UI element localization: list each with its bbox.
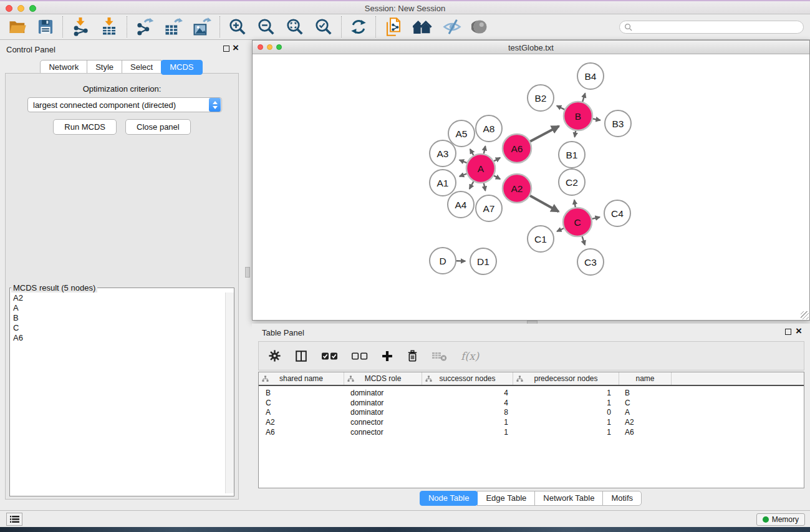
float-table-panel-icon[interactable] bbox=[785, 329, 791, 335]
result-list-scrollbar[interactable] bbox=[225, 293, 234, 493]
table-cell[interactable]: 0 bbox=[513, 408, 619, 417]
graph-node-C4[interactable]: C4 bbox=[604, 200, 630, 226]
splitter-handle[interactable] bbox=[245, 267, 250, 278]
zoom-selected-icon[interactable] bbox=[314, 17, 333, 36]
graph-node-A3[interactable]: A3 bbox=[430, 140, 456, 167]
graph-edge-C-C4[interactable] bbox=[592, 217, 600, 219]
table-cell[interactable]: 1 bbox=[422, 428, 513, 437]
tab-mcds[interactable]: MCDS bbox=[161, 60, 202, 75]
open-file-icon[interactable] bbox=[8, 17, 27, 36]
table-cell[interactable]: dominator bbox=[344, 389, 422, 397]
graph-node-B3[interactable]: B3 bbox=[605, 110, 631, 137]
table-cell[interactable]: A2 bbox=[619, 418, 672, 427]
show-panels-button[interactable] bbox=[6, 513, 22, 526]
graph-node-B4[interactable]: B4 bbox=[577, 63, 604, 89]
table-cell[interactable]: B bbox=[259, 389, 344, 397]
graph-edge-C-C3[interactable] bbox=[582, 236, 586, 245]
tab-edge-table[interactable]: Edge Table bbox=[477, 491, 535, 506]
tab-node-table[interactable]: Node Table bbox=[420, 491, 478, 506]
table-cell[interactable]: 1 bbox=[513, 399, 619, 407]
criterion-dropdown[interactable]: largest connected component (directed) bbox=[27, 97, 222, 112]
tab-motifs[interactable]: Motifs bbox=[602, 491, 642, 506]
graph-node-B[interactable]: B bbox=[564, 102, 592, 130]
import-network-icon[interactable] bbox=[71, 17, 90, 36]
graph-edge-B-B2[interactable] bbox=[557, 106, 565, 110]
show-all-networks-icon[interactable] bbox=[413, 17, 433, 36]
graph-node-B2[interactable]: B2 bbox=[528, 85, 554, 111]
table-cell[interactable]: 1 bbox=[422, 418, 513, 427]
table-cell[interactable]: A6 bbox=[619, 428, 672, 437]
apply-layout-icon[interactable] bbox=[350, 18, 367, 36]
column-header-successor-nodes[interactable]: successor nodes bbox=[422, 372, 513, 385]
graph-node-C[interactable]: C bbox=[563, 208, 592, 236]
table-cell[interactable]: B bbox=[619, 389, 672, 397]
graph-edge-A-A8[interactable] bbox=[484, 146, 486, 153]
table-cell[interactable]: 8 bbox=[422, 408, 513, 417]
table-cell[interactable]: A bbox=[619, 408, 672, 417]
table-cell[interactable]: A bbox=[259, 408, 344, 417]
graph-edge-C-C2[interactable] bbox=[574, 200, 576, 208]
graph-edge-A-A4[interactable] bbox=[470, 181, 474, 189]
graph-edge-A2-C[interactable] bbox=[530, 196, 559, 212]
graph-edge-A-A5[interactable] bbox=[470, 149, 474, 155]
tab-network-table[interactable]: Network Table bbox=[534, 491, 603, 506]
search-box[interactable] bbox=[619, 21, 804, 34]
zoom-out-icon[interactable] bbox=[257, 17, 276, 36]
table-row[interactable]: A2connector11A2 bbox=[259, 417, 804, 427]
table-cell[interactable]: connector bbox=[344, 428, 422, 437]
zoom-in-icon[interactable] bbox=[228, 17, 247, 36]
select-all-checkboxes-icon[interactable] bbox=[321, 351, 338, 361]
export-table-icon[interactable] bbox=[164, 17, 183, 36]
graph-node-A4[interactable]: A4 bbox=[448, 191, 474, 218]
graph-node-C3[interactable]: C3 bbox=[577, 249, 604, 275]
graph-node-A8[interactable]: A8 bbox=[476, 115, 502, 142]
float-panel-icon[interactable] bbox=[223, 46, 229, 52]
resize-grip[interactable] bbox=[801, 311, 809, 319]
table-cell[interactable]: 1 bbox=[513, 428, 619, 437]
export-image-icon[interactable] bbox=[193, 17, 211, 36]
table-cell[interactable]: 1 bbox=[513, 389, 619, 397]
graph-node-A6[interactable]: A6 bbox=[503, 134, 531, 163]
function-builder-icon[interactable]: f(x) bbox=[461, 350, 479, 362]
graph-edge-A6-B[interactable] bbox=[530, 126, 559, 142]
table-row[interactable]: Adominator80A bbox=[259, 408, 804, 418]
vertical-splitter[interactable] bbox=[243, 40, 252, 510]
memory-button[interactable]: Memory bbox=[756, 513, 805, 526]
save-session-icon[interactable] bbox=[37, 18, 54, 36]
deselect-all-checkboxes-icon[interactable] bbox=[351, 351, 368, 361]
network-canvas[interactable]: B4B2BB3A5A8A6B1A3AA1A2C2A4A7C4CC1C3DD1 bbox=[253, 55, 809, 320]
graph-node-D[interactable]: D bbox=[430, 248, 456, 274]
zoom-fit-icon[interactable] bbox=[286, 17, 304, 36]
close-table-panel-icon[interactable]: × bbox=[796, 328, 802, 334]
table-cell[interactable]: C bbox=[619, 399, 672, 407]
graph-node-B1[interactable]: B1 bbox=[559, 142, 585, 168]
show-eye-icon[interactable] bbox=[471, 18, 489, 36]
result-item[interactable]: C bbox=[10, 323, 225, 333]
table-cell[interactable]: 4 bbox=[422, 389, 513, 397]
import-table-icon[interactable] bbox=[100, 17, 118, 36]
table-cell[interactable]: 4 bbox=[422, 399, 513, 407]
result-item[interactable]: A6 bbox=[10, 333, 225, 343]
table-cell[interactable]: A2 bbox=[259, 418, 344, 427]
graph-node-A[interactable]: A bbox=[466, 154, 495, 183]
table-row[interactable]: Cdominator41C bbox=[259, 398, 804, 408]
duplicate-network-icon[interactable] bbox=[384, 17, 403, 36]
graph-edge-A-A6[interactable] bbox=[494, 158, 500, 162]
delete-table-icon[interactable] bbox=[432, 350, 448, 362]
result-item[interactable]: A bbox=[10, 303, 225, 313]
column-settings-gear-icon[interactable] bbox=[268, 349, 281, 362]
hide-selected-icon[interactable] bbox=[443, 17, 461, 36]
table-cell[interactable]: dominator bbox=[344, 399, 422, 407]
table-cell[interactable]: A6 bbox=[259, 428, 344, 437]
column-header-mcds-role[interactable]: MCDS role bbox=[344, 372, 422, 385]
graph-node-A7[interactable]: A7 bbox=[476, 195, 502, 221]
export-network-icon[interactable] bbox=[135, 17, 154, 36]
graph-edge-B-B1[interactable] bbox=[575, 131, 576, 137]
split-table-icon[interactable] bbox=[294, 349, 308, 363]
table-cell[interactable]: connector bbox=[344, 418, 422, 427]
column-header-predecessor-nodes[interactable]: predecessor nodes bbox=[513, 372, 619, 385]
table-cell[interactable]: C bbox=[259, 399, 344, 407]
add-column-icon[interactable] bbox=[381, 350, 393, 362]
search-input[interactable] bbox=[632, 22, 803, 32]
graph-edge-A-A1[interactable] bbox=[460, 174, 467, 177]
